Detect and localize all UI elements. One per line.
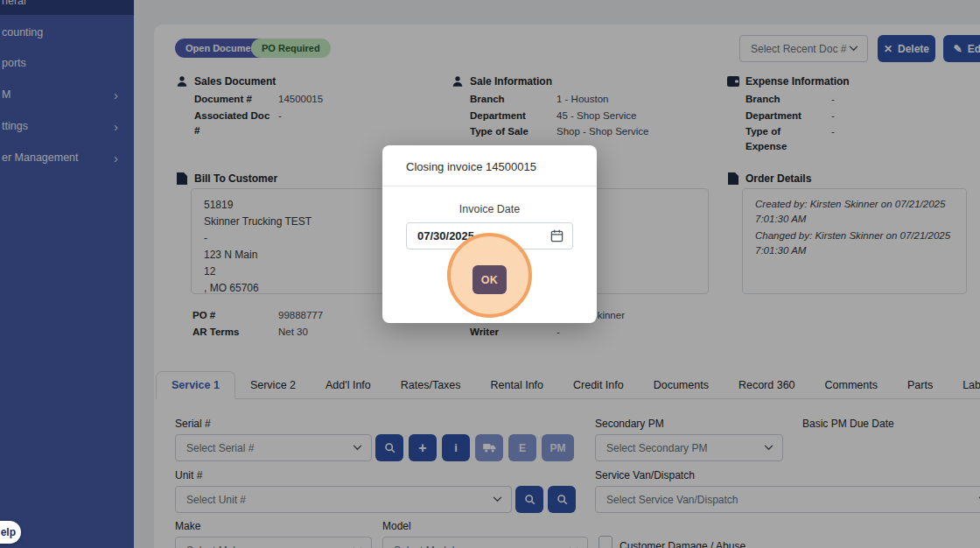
modal-title: Closing invoice 14500015 [406, 160, 536, 173]
ok-button[interactable]: OK [472, 265, 507, 294]
closing-invoice-modal: Closing invoice 14500015 Invoice Date 07… [382, 145, 597, 323]
app-screen: neral counting ports M › ttings › er Man… [0, 0, 980, 548]
invoice-date-label: Invoice Date [382, 203, 597, 215]
modal-divider [382, 186, 597, 186]
help-button-label: elp [1, 526, 16, 538]
calendar-icon[interactable] [550, 229, 564, 242]
